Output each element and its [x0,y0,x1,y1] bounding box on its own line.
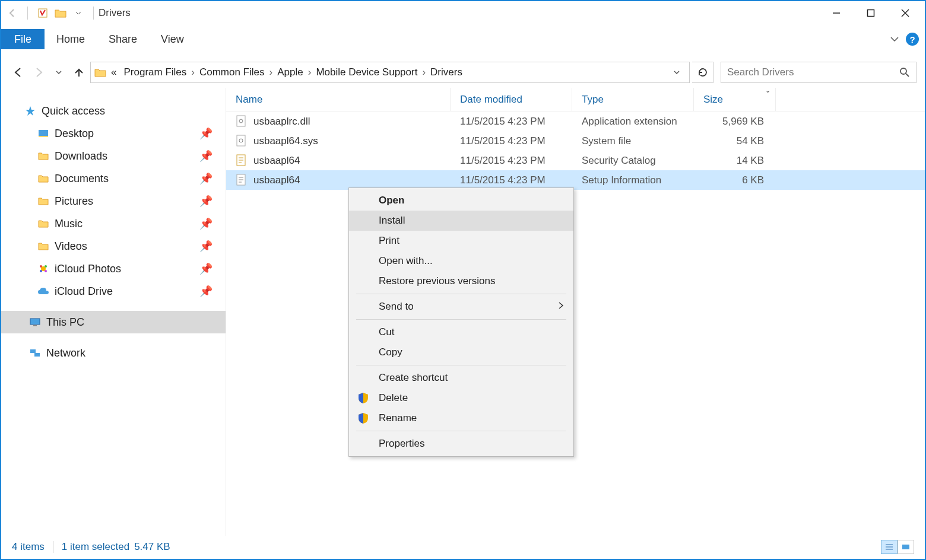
nav-back-button[interactable] [9,63,27,81]
sidebar-item-icloud-photos[interactable]: iCloud Photos 📌 [1,257,226,280]
column-size[interactable]: Size⌄ [694,88,776,111]
ribbon-expand-icon[interactable] [887,31,902,47]
network-icon [28,346,42,359]
folder-icon [37,217,50,230]
svg-point-12 [40,270,42,272]
nav-up-button[interactable] [70,63,88,81]
sidebar-item-pictures[interactable]: Pictures 📌 [1,190,226,212]
chevron-right-icon[interactable]: › [308,66,312,78]
pin-icon: 📌 [199,240,213,253]
context-menu-cut[interactable]: Cut [349,322,573,342]
context-menu-separator [356,319,566,320]
chevron-right-icon[interactable]: › [191,66,195,78]
tab-share[interactable]: Share [97,29,149,49]
context-menu-open-with[interactable]: Open with... [349,251,573,271]
context-menu-install[interactable]: Install [349,211,573,231]
breadcrumb[interactable]: Program Files [121,65,189,79]
qat-properties-icon[interactable] [35,5,50,21]
address-bar[interactable]: « Program Files› Common Files› Apple› Mo… [90,62,690,83]
navigation-pane: Quick access Desktop 📌 Downloads 📌 Docum… [1,88,226,536]
chevron-right-icon[interactable]: › [422,66,426,78]
search-input[interactable]: Search Drivers [721,62,917,83]
file-row[interactable]: usbaaplrc.dll 11/5/2015 4:23 PM Applicat… [226,112,925,131]
folder-icon [37,149,50,163]
sort-caret-icon: ⌄ [765,87,770,94]
star-icon [24,104,37,117]
context-menu-open[interactable]: Open [349,190,573,211]
sidebar-item-videos[interactable]: Videos 📌 [1,235,226,257]
search-icon [899,67,910,78]
shield-icon [357,412,369,424]
folder-icon [37,240,50,253]
context-menu-copy[interactable]: Copy [349,342,573,362]
file-icon [236,174,248,187]
breadcrumb[interactable]: Mobile Device Support [313,65,420,79]
sidebar-item-icloud-drive[interactable]: iCloud Drive 📌 [1,280,226,303]
file-row[interactable]: usbaapl64 11/5/2015 4:23 PM Setup Inform… [226,170,925,190]
navigation-bar: « Program Files› Common Files› Apple› Mo… [1,57,925,88]
address-dropdown-icon[interactable] [668,69,686,76]
sidebar-item-music[interactable]: Music 📌 [1,212,226,235]
context-menu-send-to[interactable]: Send to [349,297,573,317]
folder-icon [37,172,50,185]
sidebar-item-documents[interactable]: Documents 📌 [1,167,226,190]
pin-icon: 📌 [199,127,213,140]
nav-recent-dropdown[interactable] [50,63,68,81]
view-thumbnails-button[interactable] [898,540,914,554]
qat-back-icon[interactable] [5,5,20,21]
svg-line-6 [906,74,909,77]
context-menu-properties[interactable]: Properties [349,434,573,454]
file-row[interactable]: usbaapl64 11/5/2015 4:23 PM Security Cat… [226,151,925,170]
pin-icon: 📌 [199,262,213,275]
svg-rect-17 [34,353,40,357]
tab-view[interactable]: View [149,29,196,49]
svg-point-10 [40,265,42,268]
nav-forward-button[interactable] [30,63,47,81]
context-menu-shortcut[interactable]: Create shortcut [349,368,573,388]
file-icon [236,135,248,148]
help-button[interactable]: ? [906,33,919,46]
sidebar-item-downloads[interactable]: Downloads 📌 [1,145,226,167]
sidebar-network[interactable]: Network [1,342,226,364]
breadcrumb-prefix[interactable]: « [109,65,119,79]
breadcrumb[interactable]: Drivers [428,65,465,79]
context-menu-rename[interactable]: Rename [349,408,573,428]
column-date[interactable]: Date modified [451,88,572,111]
computer-icon [28,316,42,329]
qat-dropdown-icon[interactable] [71,5,86,21]
tab-home[interactable]: Home [45,29,97,49]
folder-icon [37,195,50,208]
context-menu-separator [356,294,566,294]
breadcrumb[interactable]: Apple [275,65,305,79]
chevron-right-icon[interactable]: › [269,66,273,78]
ribbon-tabs: File Home Share View ? [1,25,925,53]
context-menu-print[interactable]: Print [349,231,573,251]
pin-icon: 📌 [199,285,213,298]
sidebar-item-desktop[interactable]: Desktop 📌 [1,122,226,145]
file-list-pane: Name Date modified Type Size⌄ usbaaplrc.… [226,88,925,536]
context-menu-separator [356,365,566,365]
close-button[interactable] [888,2,922,24]
context-menu-delete[interactable]: Delete [349,388,573,408]
refresh-button[interactable] [692,62,713,83]
icloud-photos-icon [37,262,50,275]
column-name[interactable]: Name [226,88,451,111]
sidebar-quick-access[interactable]: Quick access [1,100,226,122]
view-details-button[interactable] [881,540,898,554]
maximize-button[interactable] [854,2,888,24]
status-selection: 1 item selected [62,541,129,553]
context-menu-restore[interactable]: Restore previous versions [349,271,573,291]
file-icon [236,154,248,167]
file-row[interactable]: usbaapl64.sys 11/5/2015 4:23 PM System f… [226,131,925,151]
pin-icon: 📌 [199,195,213,208]
breadcrumb[interactable]: Common Files [197,65,267,79]
file-tab[interactable]: File [1,29,45,49]
sidebar-this-pc[interactable]: This PC [1,311,226,333]
svg-rect-2 [868,10,874,17]
qat-newfolder-icon[interactable] [53,5,68,21]
pin-icon: 📌 [199,172,213,185]
minimize-button[interactable] [819,2,854,24]
svg-rect-14 [30,319,40,324]
svg-rect-15 [33,325,37,326]
column-type[interactable]: Type [572,88,694,111]
